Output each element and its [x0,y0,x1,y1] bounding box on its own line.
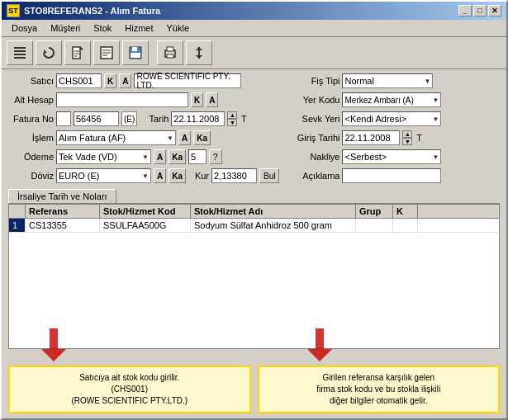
aciklama-input[interactable] [342,168,441,183]
tarih-up[interactable]: ▲ [227,111,237,119]
window-icon: ST [7,4,20,17]
odeme-label: Ödeme [8,152,54,162]
tarih-down[interactable]: ▼ [227,119,237,126]
doviz-a-button[interactable]: A [154,168,166,183]
table-row[interactable]: 1 CS13355 SSULFAA500G Sodyum Sülfat Anhi… [9,219,499,233]
edit-button[interactable] [93,40,120,65]
alt-hesap-label: Alt Hesap [8,95,54,105]
form-left: Satıcı K A ROWE SCIENTIFIC PTY. LTD. Alt… [8,73,279,184]
row-referans: CS13355 [26,219,100,232]
satici-row: Satıcı K A ROWE SCIENTIFIC PTY. LTD. [8,73,279,89]
tarih-input[interactable] [171,111,225,126]
odeme-question-button[interactable]: ? [209,149,222,164]
fis-tipi-value: Normal [344,76,373,86]
giris-tarihi-input[interactable] [342,130,400,145]
svg-rect-20 [167,54,173,58]
svg-rect-19 [167,47,173,51]
fis-tipi-combo[interactable]: Normal ▼ [342,73,433,88]
row-stok-ad: Sodyum Sülfat Anhidroz 500 gram [191,219,356,232]
main-window: ST STO8REFERANS2 - Alım Fatura _ □ ✕ Dos… [0,0,508,420]
nakliye-value: <Serbest> [344,152,387,162]
alt-hesap-k-button[interactable]: K [191,92,203,107]
satici-input[interactable] [56,73,102,88]
menu-hizmet[interactable]: Hizmet [118,21,159,35]
kur-input[interactable] [211,168,257,183]
sevk-yeri-value: <Kendi Adresi> [344,114,406,124]
title-bar: ST STO8REFERANS2 - Alım Fatura _ □ ✕ [2,2,506,20]
save-button[interactable] [122,40,149,65]
satici-a-button[interactable]: A [119,73,131,88]
grid-area: Referans Stok/Hizmet Kod Stok/Hizmet Adı… [8,203,500,349]
islem-arrow: ▼ [167,134,173,142]
svg-rect-3 [14,57,26,59]
svg-marker-22 [196,47,202,50]
doviz-value: EURO (E) [59,171,100,181]
yer-kodu-row: Yer Kodu Merkez Ambarı (A) ▼ [286,92,500,108]
odeme-combo[interactable]: Tek Vade (VD) ▼ [56,149,151,164]
fatura-no-input[interactable] [74,111,119,126]
arrow-left-icon [25,328,74,361]
toolbar [2,37,506,69]
odeme-a-button[interactable]: A [154,149,166,164]
menu-stok[interactable]: Stok [87,21,118,35]
yer-kodu-combo[interactable]: Merkez Ambarı (A) ▼ [342,92,441,107]
sevk-yeri-combo[interactable]: <Kendi Adresi> ▼ [342,111,441,126]
svg-rect-5 [73,47,80,59]
row-grup [356,219,393,232]
arrow-right-icon [291,328,340,361]
giris-tarihi-row: Giriş Tarihi ▲ ▼ T [286,130,500,146]
alt-hesap-a-button[interactable]: A [206,92,218,107]
odeme-num-input[interactable] [188,149,207,164]
alt-hesap-input[interactable] [56,92,188,107]
islem-a-button[interactable]: A [178,130,191,145]
giris-tarihi-spinner[interactable]: ▲ ▼ [402,130,412,145]
minimize-button[interactable]: _ [458,5,472,17]
alt-hesap-row: Alt Hesap K A [8,92,279,108]
islem-combo[interactable]: Alım Fatura (AF) ▼ [56,130,176,145]
doviz-ka-button[interactable]: Ka [169,168,186,183]
nakliye-combo[interactable]: <Serbest> ▼ [342,149,441,164]
col-k: K [393,205,418,218]
svg-rect-1 [14,50,26,52]
svg-rect-16 [132,47,137,51]
col-num [9,205,26,218]
maximize-button[interactable]: □ [473,5,487,17]
grid-header: Referans Stok/Hizmet Kod Stok/Hizmet Adı… [9,205,499,219]
odeme-ka-button[interactable]: Ka [169,149,186,164]
sort-button[interactable] [186,40,212,65]
tab-irsaliye[interactable]: İrsaliye Tarih ve Noları [8,189,116,203]
col-referans: Referans [26,205,100,218]
col-stok-ad: Stok/Hizmet Adı [191,205,356,218]
kur-label: Kur [188,171,209,181]
annotation-left-text: Satıcıya ait stok kodu girilir. (CHS001)… [71,373,188,405]
fis-tipi-label: Fiş Tipi [286,76,339,86]
yer-kodu-label: Yer Kodu [286,95,339,105]
doviz-combo[interactable]: EURO (E) ▼ [56,168,151,183]
satici-k-button[interactable]: K [104,73,116,88]
menu-musteri[interactable]: Müşteri [44,21,87,35]
nakliye-arrow: ▼ [433,153,439,161]
annotation-left: Satıcıya ait stok kodu girilir. (CHS001)… [8,366,251,413]
print-button[interactable] [157,40,183,65]
giris-down[interactable]: ▼ [402,138,412,145]
svg-marker-23 [196,55,202,59]
refresh-button[interactable] [36,40,62,65]
islem-ka-button[interactable]: Ka [193,130,211,145]
new-button[interactable] [64,40,91,65]
svg-rect-17 [131,53,140,58]
fatura-prefix-input[interactable] [56,111,71,126]
giris-up[interactable]: ▲ [402,130,412,138]
giris-t-badge: T [415,134,423,143]
svg-rect-0 [14,47,26,49]
annotations-area: Satıcıya ait stok kodu girilir. (CHS001)… [2,352,506,418]
close-button[interactable]: ✕ [488,5,501,17]
row-num: 1 [9,219,26,232]
bul-button[interactable]: Bul [259,168,279,183]
svg-rect-2 [14,54,26,55]
tarih-spinner[interactable]: ▲ ▼ [227,111,237,126]
svg-marker-4 [44,50,47,53]
list-button[interactable] [7,40,33,65]
odeme-arrow: ▼ [142,153,149,161]
menu-yukle[interactable]: Yükle [160,21,197,35]
menu-dosya[interactable]: Dosya [5,21,44,35]
